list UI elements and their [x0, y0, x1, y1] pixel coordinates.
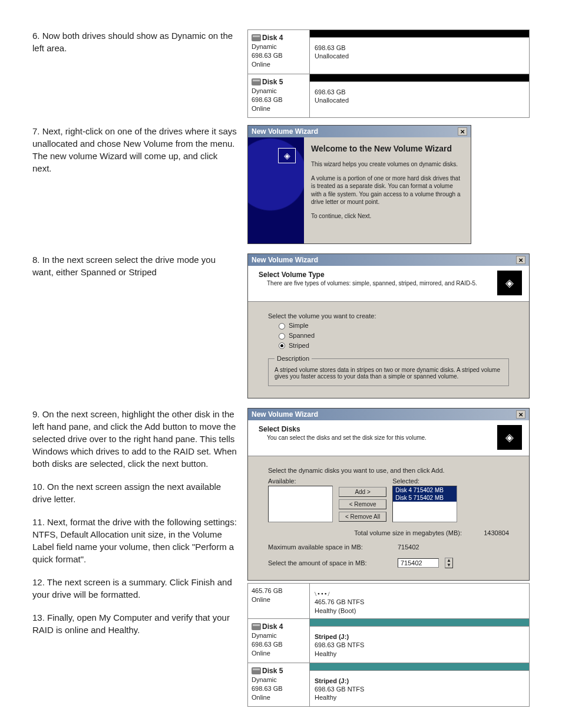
close-icon[interactable]: ✕: [458, 127, 467, 136]
amount-label: Select the amount of space in MB:: [268, 559, 392, 566]
disk-row: 465.76 GB Online \•••/ 465.76 GB NTFS He…: [248, 584, 529, 619]
wizard-banner: ◈: [248, 137, 304, 243]
prompt-label: Select the dynamic disks you want to use…: [268, 467, 509, 474]
disk-info: 465.76 GB Online: [248, 584, 310, 618]
partition-bar: [310, 663, 529, 670]
new-volume-wizard-welcome: New Volume Wizard ✕ ◈ Welcome to the New…: [247, 125, 471, 244]
disk-info: Disk 5 Dynamic 698.63 GB Online: [248, 74, 310, 118]
disk-row: Disk 5 Dynamic 698.63 GB Online 698.63 G…: [248, 74, 529, 118]
max-space-value: 715402: [398, 543, 419, 551]
close-icon[interactable]: ✕: [516, 256, 525, 264]
disk-partition[interactable]: \•••/ 465.76 GB NTFS Healthy (Boot): [310, 584, 529, 618]
description-box: Description A striped volume stores data…: [268, 355, 509, 386]
disk-partition[interactable]: Striped (J:) 698.63 GB NTFS Healthy: [310, 619, 529, 663]
add-button[interactable]: Add >: [339, 487, 386, 497]
step-11: 11. Next, format the drive with the foll…: [32, 516, 239, 565]
remove-all-button[interactable]: < Remove All: [339, 512, 386, 522]
volume-icon: ◈: [497, 271, 522, 295]
wizard-heading: Welcome to the New Volume Wizard: [311, 143, 464, 154]
step-9: 9. On the next screen, highlight the oth…: [32, 408, 239, 470]
prompt-label: Select the volume you want to create:: [268, 312, 509, 319]
dialog-title-bar: New Volume Wizard ✕: [248, 126, 471, 137]
disk-row: Disk 4 Dynamic 698.63 GB Online Striped …: [248, 619, 529, 663]
disk-panel-after: 465.76 GB Online \•••/ 465.76 GB NTFS He…: [247, 583, 530, 707]
step-7: 7. Next, right-click on one of the drive…: [32, 125, 239, 174]
disk-info: Disk 5 Dynamic 698.63 GB Online: [248, 663, 310, 707]
partition-bar: [310, 30, 529, 37]
list-item: Disk 5 715402 MB: [393, 494, 457, 502]
disk-info: Disk 4 Dynamic 698.63 GB Online: [248, 619, 310, 663]
step-10: 10. On the next screen assign the next a…: [32, 480, 239, 505]
wizard-header: Select Volume Type There are five types …: [248, 266, 529, 302]
disk-icon: [252, 623, 261, 630]
partition-bar: [310, 619, 529, 626]
disk-icon: [252, 667, 261, 674]
volume-icon: ◈: [497, 425, 522, 450]
selected-listbox[interactable]: Disk 4 715402 MB Disk 5 715402 MB: [392, 486, 457, 522]
disk-icon: [252, 34, 261, 41]
spinner-icon[interactable]: ▲▼: [445, 558, 453, 568]
radio-striped[interactable]: Striped: [279, 342, 509, 350]
radio-simple[interactable]: Simple: [279, 322, 509, 330]
disk-icon: [252, 78, 261, 85]
selected-label: Selected:: [392, 477, 457, 485]
wizard-header: Select Disks You can select the disks an…: [248, 420, 529, 456]
close-icon[interactable]: ✕: [516, 410, 525, 419]
disk-info: Disk 4 Dynamic 698.63 GB Online: [248, 30, 310, 74]
disk-partition[interactable]: 698.63 GB Unallocated: [310, 74, 529, 118]
step-12: 12. The next screen is a summary. Click …: [32, 576, 239, 601]
disk-partition[interactable]: 698.63 GB Unallocated: [310, 30, 529, 74]
radio-spanned[interactable]: Spanned: [279, 332, 509, 340]
disk-row: Disk 4 Dynamic 698.63 GB Online 698.63 G…: [248, 30, 529, 74]
partition-bar: [310, 74, 529, 81]
step-6: 6. Now both drives should show as Dynami…: [32, 29, 239, 54]
disk-partition[interactable]: Striped (J:) 698.63 GB NTFS Healthy: [310, 663, 529, 707]
max-space-label: Maximum available space in MB:: [268, 543, 392, 551]
volume-icon: ◈: [278, 148, 296, 163]
available-label: Available:: [268, 477, 333, 485]
new-volume-wizard-type: New Volume Wizard ✕ Select Volume Type T…: [247, 253, 530, 398]
step-13: 13. Finally, open My Computer and verify…: [32, 611, 239, 636]
remove-button[interactable]: < Remove: [339, 499, 386, 509]
new-volume-wizard-select-disks: New Volume Wizard ✕ Select Disks You can…: [247, 408, 530, 581]
available-listbox[interactable]: [268, 486, 333, 522]
amount-input[interactable]: 715402: [398, 558, 439, 568]
list-item: Disk 4 715402 MB: [393, 486, 457, 494]
disk-panel-before: Disk 4 Dynamic 698.63 GB Online 698.63 G…: [247, 29, 530, 118]
total-size-value: 1430804: [468, 529, 509, 536]
dialog-title-bar: New Volume Wizard ✕: [248, 409, 529, 420]
disk-row: Disk 5 Dynamic 698.63 GB Online Striped …: [248, 663, 529, 707]
step-8: 8. In the next screen select the drive m…: [32, 253, 239, 278]
dialog-title-bar: New Volume Wizard ✕: [248, 254, 529, 266]
total-size-label: Total volume size in megabytes (MB):: [354, 529, 462, 536]
